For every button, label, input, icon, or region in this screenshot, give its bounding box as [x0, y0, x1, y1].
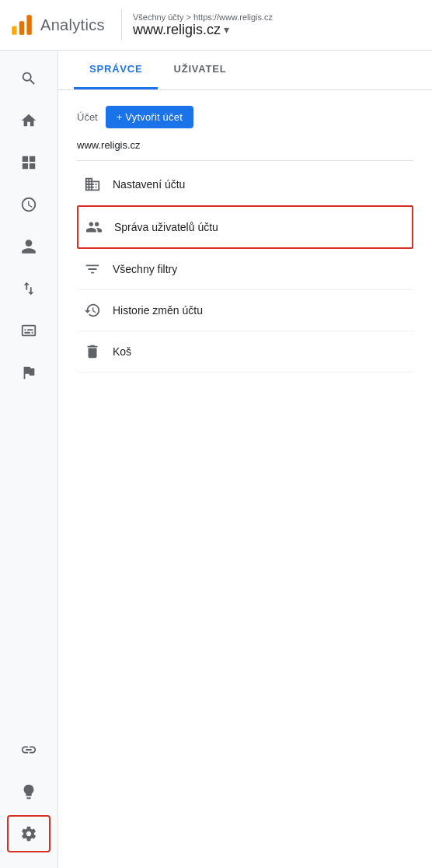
bulb-icon	[20, 783, 37, 800]
building-icon	[83, 175, 102, 194]
breadcrumb-main[interactable]: www.religis.cz ▾	[133, 22, 273, 38]
menu-item-history-label: Historie změn účtu	[113, 304, 203, 317]
sidebar-top	[7, 60, 51, 731]
svg-rect-0	[12, 26, 16, 35]
chevron-down-icon[interactable]: ▾	[224, 23, 229, 36]
filter-icon	[83, 260, 102, 278]
svg-rect-2	[26, 15, 31, 35]
menu-item-settings-label: Nastavení účtu	[113, 178, 185, 191]
menu-item-filters-label: Všechny filtry	[113, 263, 177, 275]
sidebar-bottom	[7, 731, 51, 859]
main-layout: SPRÁVCE UŽIVATEL Účet + Vytvořit účet ww…	[0, 51, 432, 868]
create-account-button[interactable]: + Vytvořit účet	[106, 106, 193, 128]
sidebar-item-acquisition[interactable]	[7, 270, 51, 307]
logo-text: Analytics	[40, 16, 105, 34]
gear-icon	[20, 825, 37, 842]
sidebar-item-audience[interactable]	[7, 228, 51, 265]
sidebar	[0, 51, 58, 868]
content: SPRÁVCE UŽIVATEL Účet + Vytvořit účet ww…	[58, 51, 432, 868]
header: Analytics Všechny účty > https://www.rel…	[0, 0, 432, 51]
account-header: Účet + Vytvořit účet	[77, 106, 413, 128]
svg-rect-1	[19, 21, 24, 35]
breadcrumb-main-text: www.religis.cz	[133, 22, 221, 38]
breadcrumb-top: Všechny účty > https://www.religis.cz	[133, 12, 273, 22]
panel: Účet + Vytvořit účet www.religis.cz Nast…	[58, 90, 432, 388]
menu-item-user-management-label: Správa uživatelů účtu	[114, 221, 218, 233]
analytics-logo-icon	[9, 12, 34, 37]
header-breadcrumb: Všechny účty > https://www.religis.cz ww…	[133, 12, 273, 38]
sidebar-item-admin[interactable]	[7, 815, 51, 852]
users-icon	[85, 218, 103, 236]
menu-item-trash[interactable]: Koš	[77, 331, 413, 373]
logo: Analytics	[9, 12, 110, 37]
menu-item-settings[interactable]: Nastavení účtu	[77, 164, 413, 205]
history-icon	[83, 301, 102, 320]
user-icon	[20, 238, 37, 255]
link-icon	[20, 741, 37, 758]
tab-admin[interactable]: SPRÁVCE	[74, 51, 158, 89]
account-label: Účet	[77, 111, 98, 123]
menu-item-filters[interactable]: Všechny filtry	[77, 249, 413, 290]
menu-item-user-management[interactable]: Správa uživatelů účtu	[77, 205, 413, 249]
sidebar-item-realtime[interactable]	[7, 186, 51, 223]
flag-icon	[20, 364, 37, 381]
header-divider	[121, 9, 122, 40]
home-icon	[20, 112, 37, 129]
tab-user[interactable]: UŽIVATEL	[158, 51, 242, 89]
sidebar-item-home[interactable]	[7, 102, 51, 139]
account-name: www.religis.cz	[77, 135, 413, 161]
cursor-icon	[20, 280, 37, 297]
sidebar-item-conversions[interactable]	[7, 354, 51, 391]
sidebar-item-behavior[interactable]	[7, 312, 51, 349]
sidebar-item-search[interactable]	[7, 60, 51, 97]
sidebar-item-link[interactable]	[7, 731, 51, 768]
menu-item-history[interactable]: Historie změn účtu	[77, 290, 413, 331]
trash-icon	[83, 342, 102, 361]
tabs: SPRÁVCE UŽIVATEL	[58, 51, 432, 90]
sidebar-item-ideas[interactable]	[7, 773, 51, 810]
clock-icon	[20, 196, 37, 213]
apps-icon	[20, 154, 37, 171]
card-icon	[20, 322, 37, 339]
menu-item-trash-label: Koš	[113, 345, 131, 358]
sidebar-item-customize[interactable]	[7, 144, 51, 181]
search-icon	[20, 70, 37, 87]
